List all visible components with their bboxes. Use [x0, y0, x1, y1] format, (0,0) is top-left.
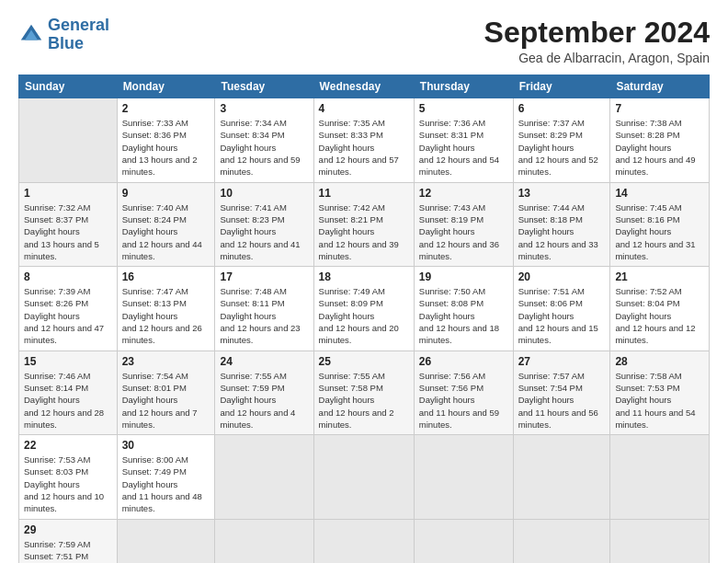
table-row — [414, 519, 513, 563]
table-row: 2 Sunrise: 7:33 AMSunset: 8:36 PMDayligh… — [117, 98, 215, 182]
day-info: Sunrise: 7:33 AMSunset: 8:36 PMDaylight … — [122, 118, 198, 177]
table-row — [215, 435, 313, 519]
day-info: Sunrise: 7:45 AMSunset: 8:16 PMDaylight … — [615, 202, 695, 261]
day-number: 28 — [615, 355, 704, 368]
title-block: September 2024 Gea de Albarracin, Aragon… — [484, 17, 710, 65]
table-row: 29 Sunrise: 7:59 AMSunset: 7:51 PMDaylig… — [19, 519, 118, 563]
day-info: Sunrise: 7:48 AMSunset: 8:11 PMDaylight … — [220, 286, 300, 345]
calendar-row: 29 Sunrise: 7:59 AMSunset: 7:51 PMDaylig… — [19, 519, 710, 563]
day-number: 14 — [615, 187, 704, 200]
table-row — [313, 435, 414, 519]
logo-general: General — [48, 16, 109, 34]
location-title: Gea de Albarracin, Aragon, Spain — [484, 51, 710, 65]
table-row: 26 Sunrise: 7:56 AMSunset: 7:56 PMDaylig… — [414, 350, 513, 434]
day-number: 20 — [518, 270, 606, 283]
day-number: 11 — [319, 187, 409, 200]
day-number: 10 — [220, 187, 308, 200]
table-row: 5 Sunrise: 7:36 AMSunset: 8:31 PMDayligh… — [414, 98, 513, 182]
calendar-row: 22 Sunrise: 7:53 AMSunset: 8:03 PMDaylig… — [19, 435, 710, 519]
day-number: 22 — [24, 439, 112, 452]
table-row: 20 Sunrise: 7:51 AMSunset: 8:06 PMDaylig… — [513, 267, 610, 350]
day-info: Sunrise: 7:52 AMSunset: 8:04 PMDaylight … — [615, 286, 695, 345]
month-title: September 2024 — [484, 17, 710, 49]
table-row: 27 Sunrise: 7:57 AMSunset: 7:54 PMDaylig… — [513, 350, 610, 434]
day-info: Sunrise: 7:40 AMSunset: 8:24 PMDaylight … — [122, 202, 202, 261]
day-number: 26 — [419, 355, 508, 368]
col-thursday: Thursday — [414, 75, 513, 98]
table-row — [215, 519, 313, 563]
table-row: 1 Sunrise: 7:32 AMSunset: 8:37 PMDayligh… — [19, 182, 118, 266]
table-row: 24 Sunrise: 7:55 AMSunset: 7:59 PMDaylig… — [215, 350, 313, 434]
day-number: 21 — [615, 270, 704, 283]
table-row: 23 Sunrise: 7:54 AMSunset: 8:01 PMDaylig… — [117, 350, 215, 434]
day-number: 30 — [122, 439, 210, 452]
table-row: 11 Sunrise: 7:42 AMSunset: 8:21 PMDaylig… — [313, 182, 414, 266]
day-number: 25 — [319, 355, 409, 368]
day-number: 16 — [122, 270, 210, 283]
table-row: 22 Sunrise: 7:53 AMSunset: 8:03 PMDaylig… — [19, 435, 118, 519]
day-info: Sunrise: 7:38 AMSunset: 8:28 PMDaylight … — [615, 118, 695, 177]
table-row — [610, 519, 710, 563]
header: General Blue September 2024 Gea de Albar… — [18, 17, 710, 65]
logo: General Blue — [18, 17, 109, 53]
day-number: 9 — [122, 187, 210, 200]
day-number: 27 — [518, 355, 606, 368]
day-number: 19 — [419, 270, 508, 283]
table-row: 4 Sunrise: 7:35 AMSunset: 8:33 PMDayligh… — [313, 98, 414, 182]
day-info: Sunrise: 7:58 AMSunset: 7:53 PMDaylight … — [615, 371, 695, 430]
table-row: 21 Sunrise: 7:52 AMSunset: 8:04 PMDaylig… — [610, 267, 710, 350]
logo-icon — [18, 22, 44, 48]
table-row: 19 Sunrise: 7:50 AMSunset: 8:08 PMDaylig… — [414, 267, 513, 350]
day-number: 5 — [419, 102, 508, 115]
day-info: Sunrise: 7:32 AMSunset: 8:37 PMDaylight … — [24, 202, 99, 261]
table-row: 7 Sunrise: 7:38 AMSunset: 8:28 PMDayligh… — [610, 98, 710, 182]
day-number: 29 — [24, 523, 112, 536]
day-info: Sunrise: 7:41 AMSunset: 8:23 PMDaylight … — [220, 202, 300, 261]
day-number: 1 — [24, 187, 112, 200]
col-monday: Monday — [117, 75, 215, 98]
table-row: 30 Sunrise: 8:00 AMSunset: 7:49 PMDaylig… — [117, 435, 215, 519]
day-number: 6 — [518, 102, 606, 115]
day-info: Sunrise: 7:44 AMSunset: 8:18 PMDaylight … — [518, 202, 598, 261]
day-number: 15 — [24, 355, 112, 368]
table-row: 28 Sunrise: 7:58 AMSunset: 7:53 PMDaylig… — [610, 350, 710, 434]
table-row: 8 Sunrise: 7:39 AMSunset: 8:26 PMDayligh… — [19, 267, 118, 350]
day-info: Sunrise: 7:53 AMSunset: 8:03 PMDaylight … — [24, 454, 104, 513]
day-number: 13 — [518, 187, 606, 200]
calendar: Sunday Monday Tuesday Wednesday Thursday… — [18, 75, 710, 563]
day-number: 3 — [220, 102, 308, 115]
day-info: Sunrise: 7:47 AMSunset: 8:13 PMDaylight … — [122, 286, 202, 345]
col-friday: Friday — [513, 75, 610, 98]
table-row: 6 Sunrise: 7:37 AMSunset: 8:29 PMDayligh… — [513, 98, 610, 182]
table-row: 17 Sunrise: 7:48 AMSunset: 8:11 PMDaylig… — [215, 267, 313, 350]
table-row — [19, 98, 118, 182]
day-info: Sunrise: 7:51 AMSunset: 8:06 PMDaylight … — [518, 286, 598, 345]
table-row: 13 Sunrise: 7:44 AMSunset: 8:18 PMDaylig… — [513, 182, 610, 266]
col-wednesday: Wednesday — [313, 75, 414, 98]
table-row: 12 Sunrise: 7:43 AMSunset: 8:19 PMDaylig… — [414, 182, 513, 266]
day-info: Sunrise: 7:56 AMSunset: 7:56 PMDaylight … — [419, 371, 499, 430]
day-info: Sunrise: 7:57 AMSunset: 7:54 PMDaylight … — [518, 371, 598, 430]
table-row — [513, 435, 610, 519]
logo-text: General Blue — [48, 17, 109, 53]
day-number: 24 — [220, 355, 308, 368]
day-number: 17 — [220, 270, 308, 283]
calendar-row: 15 Sunrise: 7:46 AMSunset: 8:14 PMDaylig… — [19, 350, 710, 434]
table-row: 18 Sunrise: 7:49 AMSunset: 8:09 PMDaylig… — [313, 267, 414, 350]
day-info: Sunrise: 7:43 AMSunset: 8:19 PMDaylight … — [419, 202, 499, 261]
day-number: 7 — [615, 102, 704, 115]
table-row — [414, 435, 513, 519]
day-info: Sunrise: 7:34 AMSunset: 8:34 PMDaylight … — [220, 118, 300, 177]
day-info: Sunrise: 7:59 AMSunset: 7:51 PMDaylight … — [24, 539, 104, 563]
day-number: 18 — [319, 270, 409, 283]
col-sunday: Sunday — [19, 75, 118, 98]
table-row — [117, 519, 215, 563]
table-row: 10 Sunrise: 7:41 AMSunset: 8:23 PMDaylig… — [215, 182, 313, 266]
col-saturday: Saturday — [610, 75, 710, 98]
day-info: Sunrise: 7:39 AMSunset: 8:26 PMDaylight … — [24, 286, 104, 345]
table-row — [610, 435, 710, 519]
table-row: 16 Sunrise: 7:47 AMSunset: 8:13 PMDaylig… — [117, 267, 215, 350]
day-info: Sunrise: 7:55 AMSunset: 7:58 PMDaylight … — [319, 371, 394, 430]
day-info: Sunrise: 7:49 AMSunset: 8:09 PMDaylight … — [319, 286, 399, 345]
day-info: Sunrise: 8:00 AMSunset: 7:49 PMDaylight … — [122, 454, 202, 513]
